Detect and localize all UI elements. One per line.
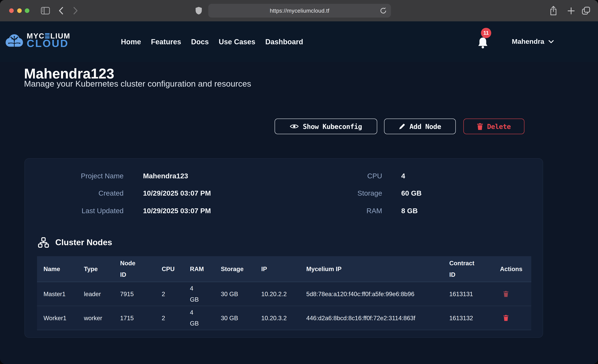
detail-label: Created bbox=[39, 189, 124, 198]
col-node-id: Node ID bbox=[120, 257, 139, 280]
cell-ram: 4 GB bbox=[190, 307, 198, 329]
table-row-worker1: Worker1 worker 1715 2 4 GB 30 GB 10.20.3… bbox=[37, 306, 531, 330]
notification-badge[interactable]: 11 bbox=[481, 28, 491, 38]
project-details: Project Name Mahendra123 Created 10/29/2… bbox=[39, 167, 211, 220]
cluster-nodes-table: Name Type Node ID CPU RAM Storage IP Myc… bbox=[37, 256, 531, 330]
nav-links: Home Features Docs Use Cases Dashboard bbox=[121, 21, 303, 62]
detail-value: 10/29/2025 03:07 PM bbox=[143, 207, 211, 215]
browser-toolbar: https://myceliumcloud.tf bbox=[0, 0, 598, 21]
user-name: Mahendra bbox=[512, 38, 544, 46]
brand-logo[interactable]: MYCLIUM CLOUD bbox=[5, 33, 70, 48]
detail-row: Created 10/29/2025 03:07 PM bbox=[39, 185, 211, 202]
detail-label: Storage bbox=[306, 189, 382, 198]
detail-row: Project Name Mahendra123 bbox=[39, 167, 211, 185]
delete-node-button[interactable] bbox=[503, 291, 509, 297]
trash-icon bbox=[477, 123, 483, 130]
shield-icon[interactable] bbox=[195, 7, 202, 15]
col-ip: IP bbox=[261, 263, 267, 275]
col-type: Type bbox=[84, 263, 98, 275]
nav-link-home[interactable]: Home bbox=[121, 38, 141, 46]
reload-icon[interactable] bbox=[380, 7, 387, 14]
detail-label: Project Name bbox=[39, 172, 124, 180]
cell-type: leader bbox=[84, 288, 101, 299]
add-node-button[interactable]: Add Node bbox=[384, 119, 456, 134]
sidebar-toggle-icon[interactable] bbox=[41, 7, 50, 14]
detail-value: 60 GB bbox=[401, 189, 422, 198]
nav-link-docs[interactable]: Docs bbox=[191, 38, 209, 46]
resource-details: CPU 4 Storage 60 GB RAM 8 GB bbox=[306, 167, 422, 220]
col-contract-id: Contract ID bbox=[449, 257, 478, 280]
cell-mycelium-ip: 446:d2a6:8bcd:8c16:ff0f:72e2:3114:863f bbox=[306, 312, 415, 323]
browser-window: https://myceliumcloud.tf bbox=[0, 0, 598, 364]
col-name: Name bbox=[43, 263, 60, 275]
cell-name: Master1 bbox=[43, 288, 66, 299]
cell-cpu: 2 bbox=[162, 312, 165, 323]
cell-storage: 30 GB bbox=[221, 288, 238, 299]
cell-storage: 30 GB bbox=[221, 312, 238, 323]
detail-row: RAM 8 GB bbox=[306, 202, 422, 220]
detail-value: 4 bbox=[401, 172, 405, 180]
cluster-details-panel: Project Name Mahendra123 Created 10/29/2… bbox=[25, 158, 543, 338]
cell-name: Worker1 bbox=[43, 312, 66, 323]
address-bar[interactable]: https://myceliumcloud.tf bbox=[208, 4, 391, 17]
app-navbar: Mahendra123 MYCLIUM CLOUD bbox=[0, 21, 598, 62]
cell-contract-id: 1613131 bbox=[449, 288, 473, 299]
cell-node-id: 1715 bbox=[120, 312, 134, 323]
tab-overview-icon[interactable] bbox=[581, 7, 590, 15]
show-kubeconfig-button[interactable]: Show Kubeconfig bbox=[274, 119, 377, 134]
new-tab-icon[interactable] bbox=[567, 7, 575, 15]
cell-ram: 4 GB bbox=[190, 283, 198, 305]
delete-cluster-button[interactable]: Delete bbox=[463, 119, 524, 134]
cell-node-id: 7915 bbox=[120, 288, 134, 299]
detail-row: Last Updated 10/29/2025 03:07 PM bbox=[39, 202, 211, 220]
detail-value: Mahendra123 bbox=[143, 172, 188, 180]
eye-icon bbox=[290, 124, 299, 129]
detail-row: Storage 60 GB bbox=[306, 185, 422, 202]
minimize-window-button[interactable] bbox=[17, 8, 22, 13]
detail-value: 10/29/2025 03:07 PM bbox=[143, 189, 211, 198]
sitemap-icon bbox=[38, 237, 49, 248]
cell-ip: 10.20.2.2 bbox=[261, 288, 287, 299]
cell-cpu: 2 bbox=[162, 288, 165, 299]
nav-link-dashboard[interactable]: Dashboard bbox=[265, 38, 303, 46]
cell-mycelium-ip: 5d8:78ea:a120:f40c:ff0f:a5fe:99e6:8b96 bbox=[306, 288, 414, 299]
cell-ip: 10.20.3.2 bbox=[261, 312, 287, 323]
cloud-tree-icon bbox=[5, 33, 23, 47]
col-mycelium-ip: Mycelium IP bbox=[306, 263, 341, 275]
url-text: https://myceliumcloud.tf bbox=[270, 8, 329, 14]
cluster-nodes-header: Cluster Nodes bbox=[38, 237, 112, 248]
col-storage: Storage bbox=[221, 263, 243, 275]
share-icon[interactable] bbox=[549, 6, 558, 16]
pencil-icon bbox=[399, 123, 405, 130]
screen: https://myceliumcloud.tf bbox=[0, 0, 598, 364]
detail-label: CPU bbox=[306, 172, 382, 180]
cell-type: worker bbox=[84, 312, 102, 323]
delete-node-button[interactable] bbox=[503, 315, 509, 321]
close-window-button[interactable] bbox=[9, 8, 14, 13]
col-actions: Actions bbox=[500, 263, 523, 275]
table-row-master1: Master1 leader 7915 2 4 GB 30 GB 10.20.2… bbox=[37, 282, 531, 306]
col-cpu: CPU bbox=[162, 263, 174, 275]
forward-icon[interactable] bbox=[73, 7, 78, 14]
detail-label: RAM bbox=[306, 207, 382, 215]
col-ram: RAM bbox=[190, 263, 204, 275]
back-icon[interactable] bbox=[59, 7, 63, 14]
nav-link-use-cases[interactable]: Use Cases bbox=[219, 38, 255, 46]
page-subtitle: Manage your Kubernetes cluster configura… bbox=[24, 79, 251, 89]
cluster-nodes-title: Cluster Nodes bbox=[55, 238, 112, 248]
table-header-row: Name Type Node ID CPU RAM Storage IP Myc… bbox=[37, 256, 531, 282]
detail-label: Last Updated bbox=[39, 207, 124, 215]
user-menu[interactable]: Mahendra bbox=[512, 21, 554, 62]
chevron-down-icon bbox=[548, 40, 554, 43]
bell-icon[interactable] bbox=[478, 37, 489, 49]
brand-line2: CLOUD bbox=[27, 39, 70, 48]
detail-row: CPU 4 bbox=[306, 167, 422, 185]
cell-contract-id: 1613132 bbox=[449, 312, 473, 323]
nav-link-features[interactable]: Features bbox=[151, 38, 181, 46]
detail-value: 8 GB bbox=[401, 207, 418, 215]
zoom-window-button[interactable] bbox=[25, 8, 29, 13]
